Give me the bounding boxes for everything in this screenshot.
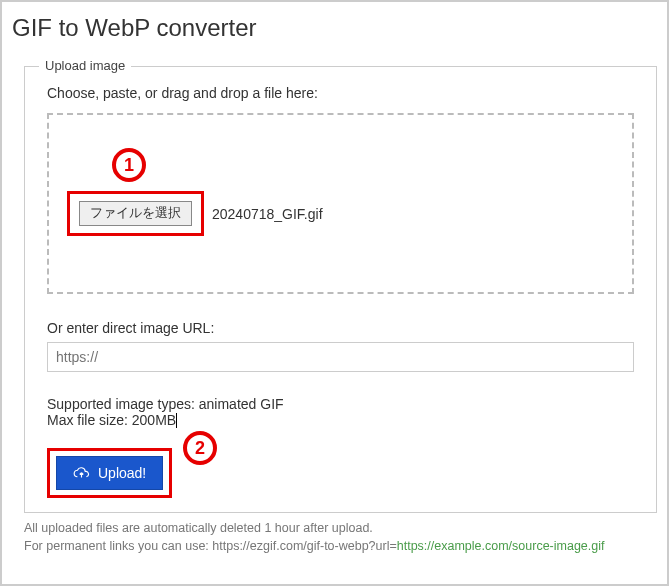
footer-line-1: All uploaded files are automatically del… bbox=[24, 520, 657, 538]
info-text: Supported image types: animated GIF Max … bbox=[47, 396, 634, 428]
instruction-text: Choose, paste, or drag and drop a file h… bbox=[47, 85, 634, 101]
example-url-link[interactable]: https://example.com/source-image.gif bbox=[397, 539, 605, 553]
fieldset-legend: Upload image bbox=[39, 58, 131, 73]
choose-file-button[interactable]: ファイルを選択 bbox=[79, 201, 192, 226]
annotation-step-2: 2 bbox=[183, 431, 217, 465]
selected-filename: 20240718_GIF.gif bbox=[212, 206, 323, 222]
upload-button[interactable]: Upload! bbox=[56, 456, 163, 490]
footer-line-2: For permanent links you can use: https:/… bbox=[24, 538, 657, 556]
annotation-step-1: 1 bbox=[112, 148, 146, 182]
max-file-size: Max file size: 200MB bbox=[47, 412, 176, 428]
file-dropzone[interactable]: 1 ファイルを選択 20240718_GIF.gif bbox=[47, 113, 634, 294]
upload-fieldset: Upload image Choose, paste, or drag and … bbox=[24, 66, 657, 513]
supported-types: Supported image types: animated GIF bbox=[47, 396, 634, 412]
upload-button-label: Upload! bbox=[98, 465, 146, 481]
page-title: GIF to WebP converter bbox=[2, 2, 667, 52]
url-label: Or enter direct image URL: bbox=[47, 320, 634, 336]
footer-note: All uploaded files are automatically del… bbox=[24, 520, 657, 555]
cloud-upload-icon bbox=[73, 467, 90, 480]
annotation-box-2: 2 Upload! bbox=[47, 448, 172, 498]
image-url-input[interactable] bbox=[47, 342, 634, 372]
annotation-box-1: 1 ファイルを選択 bbox=[67, 191, 204, 236]
